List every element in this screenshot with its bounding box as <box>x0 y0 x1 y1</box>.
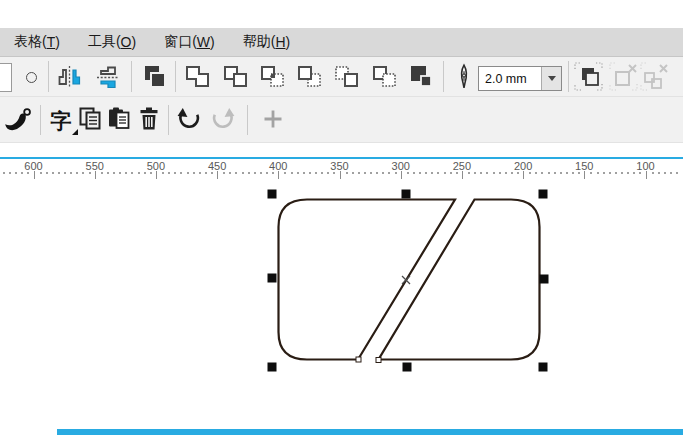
front-minus-back-icon[interactable] <box>332 62 361 91</box>
ruler-tick-minor <box>254 172 256 174</box>
back-minus-front-icon[interactable] <box>370 62 399 91</box>
combine-icon[interactable] <box>139 62 169 92</box>
ruler-tick-minor <box>211 172 213 174</box>
menu-tools[interactable]: 工具(O) <box>74 28 150 56</box>
handle-bottom-center[interactable] <box>403 363 412 372</box>
ruler-tick-major <box>646 171 647 179</box>
ruler-tick-minor <box>633 172 635 174</box>
handle-middle-right[interactable] <box>540 275 549 284</box>
drawing-canvas[interactable] <box>0 180 683 435</box>
ruler-tick-major <box>523 171 524 179</box>
shape-left-piece[interactable] <box>279 200 456 360</box>
ruler-tick-minor <box>40 172 42 174</box>
ruler-tick-minor <box>407 172 409 174</box>
ruler-tick-minor <box>174 172 176 174</box>
ruler-tick-minor <box>535 172 537 174</box>
ruler-tick-minor <box>566 172 568 174</box>
color-swatch-partial[interactable] <box>0 63 12 92</box>
ruler-tick-minor <box>144 172 146 174</box>
outline-width-dropdown[interactable]: 2.0 mm <box>478 66 562 91</box>
ruler-tick-minor <box>486 172 488 174</box>
ruler-tick-minor <box>9 172 11 174</box>
ruler-tick-minor <box>499 172 501 174</box>
trim-icon[interactable] <box>221 62 250 91</box>
ellipse-tool-icon[interactable] <box>22 68 40 86</box>
ruler-tick-minor <box>554 172 556 174</box>
ruler-tick-minor <box>529 172 531 174</box>
ruler-tick-minor <box>615 172 617 174</box>
simplify-icon[interactable] <box>295 62 324 91</box>
ruler-tick-minor <box>180 172 182 174</box>
add-icon[interactable] <box>261 107 285 131</box>
handle-middle-left[interactable] <box>268 274 277 283</box>
ruler-tick-minor <box>456 172 458 174</box>
menu-window[interactable]: 窗口(W) <box>150 28 229 56</box>
mirror-horizontal-icon[interactable] <box>54 63 84 91</box>
redo-icon[interactable] <box>208 105 237 134</box>
ruler-tick-minor <box>413 172 415 174</box>
menu-table[interactable]: 表格(T) <box>0 28 74 56</box>
curve-node-right[interactable] <box>376 358 381 363</box>
ruler-tick-minor <box>150 172 152 174</box>
ungroup-icon[interactable] <box>608 61 639 92</box>
text-properties-icon[interactable]: 字 <box>48 107 74 133</box>
ruler-tick-minor <box>321 172 323 174</box>
ruler-tick-minor <box>493 172 495 174</box>
horizontal-ruler[interactable]: 600550500450400350300250200150100 <box>0 159 683 180</box>
handle-top-left[interactable] <box>268 190 277 199</box>
ruler-tick-minor <box>297 172 299 174</box>
ruler-tick-minor <box>46 172 48 174</box>
ruler-tick-minor <box>168 172 170 174</box>
ruler-tick-minor <box>52 172 54 174</box>
outline-width-dropdown-button[interactable] <box>541 67 561 90</box>
ruler-tick-minor <box>370 172 372 174</box>
handle-top-center[interactable] <box>402 190 411 199</box>
ruler-tick-minor <box>291 172 293 174</box>
ruler-tick-minor <box>676 172 678 174</box>
shape-right-piece[interactable] <box>379 200 540 360</box>
ruler-tick-minor <box>327 172 329 174</box>
ruler-tick-minor <box>652 172 654 174</box>
ruler-tick-minor <box>223 172 225 174</box>
ruler-tick-minor <box>119 172 121 174</box>
selection-center-marker[interactable] <box>402 276 410 284</box>
powerclip-frame-icon[interactable] <box>573 61 604 92</box>
menu-tools-label: 工具( <box>88 33 121 51</box>
curve-node-left[interactable] <box>356 357 361 362</box>
ruler-tick-minor <box>113 172 115 174</box>
ruler-tick-minor <box>333 172 335 174</box>
handle-top-right[interactable] <box>539 190 548 199</box>
ungroup-all-icon[interactable] <box>639 61 670 92</box>
ruler-tick-minor <box>627 172 629 174</box>
ruler-tick-minor <box>560 172 562 174</box>
mirror-vertical-icon[interactable] <box>93 63 123 91</box>
ruler-tick-major <box>156 171 157 179</box>
ruler-tick-minor <box>205 172 207 174</box>
ruler-tick-minor <box>260 172 262 174</box>
ruler-tick-minor <box>382 172 384 174</box>
property-bar: 2.0 mm <box>0 57 683 96</box>
ruler-tick-minor <box>444 172 446 174</box>
ruler-tick-minor <box>474 172 476 174</box>
undo-icon[interactable] <box>175 105 204 134</box>
intersect-icon[interactable] <box>258 62 287 91</box>
delete-icon[interactable] <box>135 105 163 133</box>
ruler-tick-minor <box>664 172 666 174</box>
menu-help[interactable]: 帮助(H) <box>229 28 304 56</box>
horizontal-scrollbar[interactable] <box>57 429 683 435</box>
ruler-tick-minor <box>395 172 397 174</box>
ruler-tick-minor <box>352 172 354 174</box>
outline-width-value[interactable]: 2.0 mm <box>479 67 541 90</box>
create-boundary-icon[interactable] <box>407 62 436 91</box>
paste-icon[interactable] <box>105 105 133 133</box>
artistic-media-icon[interactable] <box>2 105 34 137</box>
weld-icon[interactable] <box>183 62 212 91</box>
copy-icon[interactable] <box>76 105 104 133</box>
ruler-tick-minor <box>548 172 550 174</box>
handle-bottom-left[interactable] <box>268 363 277 372</box>
menu-help-label: 帮助( <box>243 33 276 51</box>
handle-bottom-right[interactable] <box>539 363 548 372</box>
ruler-tick-minor <box>609 172 611 174</box>
ruler-tick-major <box>584 171 585 179</box>
ruler-tick-minor <box>658 172 660 174</box>
